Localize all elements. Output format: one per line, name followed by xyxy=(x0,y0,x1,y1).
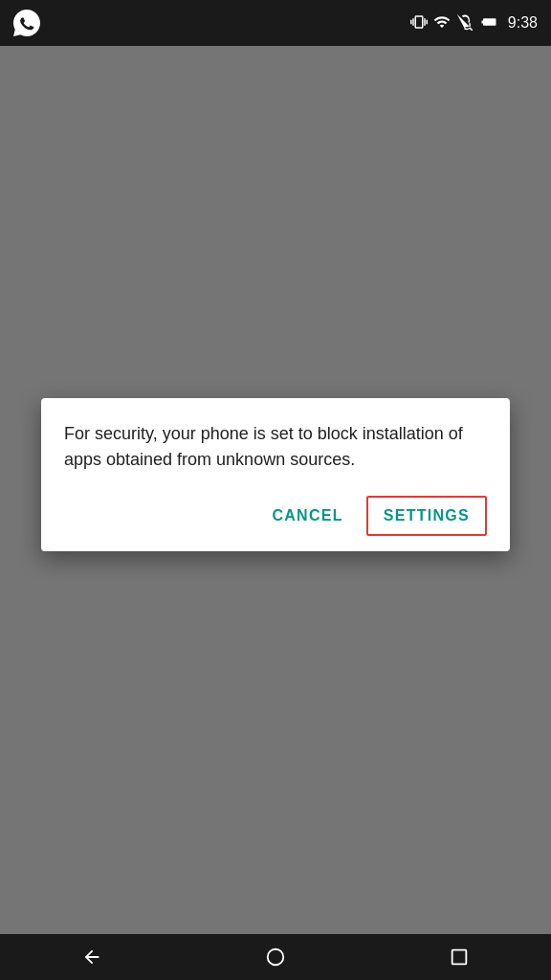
status-time: 9:38 xyxy=(508,14,538,32)
wifi-icon xyxy=(433,13,451,33)
recent-apps-button[interactable] xyxy=(430,938,488,976)
svg-rect-1 xyxy=(452,950,467,965)
vibrate-icon xyxy=(410,13,428,33)
main-content: For security, your phone is set to block… xyxy=(0,46,551,934)
home-button[interactable] xyxy=(247,938,304,976)
back-button[interactable] xyxy=(63,938,121,976)
security-dialog: For security, your phone is set to block… xyxy=(41,398,510,551)
status-bar-right: 9:38 xyxy=(410,13,538,33)
status-bar: 9:38 xyxy=(0,0,551,46)
cancel-button[interactable]: CANCEL xyxy=(256,498,358,534)
svg-point-0 xyxy=(268,949,284,966)
whatsapp-icon xyxy=(13,10,40,36)
dialog-message: For security, your phone is set to block… xyxy=(64,421,487,473)
signal-icon xyxy=(456,13,474,33)
settings-button[interactable]: SETTINGS xyxy=(366,496,487,536)
dialog-buttons: CANCEL SETTINGS xyxy=(64,496,487,536)
status-bar-left xyxy=(13,10,40,36)
battery-icon xyxy=(479,13,498,33)
nav-bar xyxy=(0,934,551,980)
